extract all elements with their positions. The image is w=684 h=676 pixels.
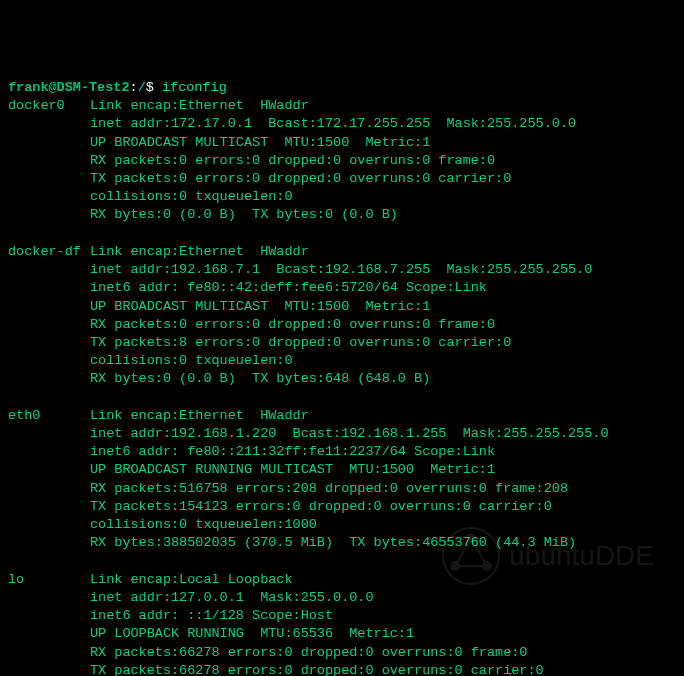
output-line: inet6 addr: ::1/128 Scope:Host: [90, 607, 676, 625]
output-line: RX packets:516758 errors:208 dropped:0 o…: [90, 480, 676, 498]
output-line: inet addr:127.0.0.1 Mask:255.0.0.0: [90, 589, 676, 607]
interface-name: docker0: [8, 97, 90, 225]
output-line: TX packets:66278 errors:0 dropped:0 over…: [90, 662, 676, 676]
interface-block: docker-dfLink encap:Ethernet HWaddr inet…: [8, 243, 676, 389]
output-line: inet6 addr: fe80::211:32ff:fe11:2237/64 …: [90, 443, 676, 461]
interface-body: Link encap:Local Loopbackinet addr:127.0…: [90, 571, 676, 676]
output-line: RX bytes:0 (0.0 B) TX bytes:0 (0.0 B): [90, 206, 676, 224]
output-line: inet addr:192.168.7.1 Bcast:192.168.7.25…: [90, 261, 676, 279]
output-line: inet6 addr: fe80::42:deff:fee6:5720/64 S…: [90, 279, 676, 297]
interface-block: loLink encap:Local Loopbackinet addr:127…: [8, 571, 676, 676]
output-line: Link encap:Local Loopback: [90, 571, 676, 589]
output-line: UP BROADCAST MULTICAST MTU:1500 Metric:1: [90, 298, 676, 316]
interface-block: docker0Link encap:Ethernet HWaddr inet a…: [8, 97, 676, 225]
interface-block: eth0Link encap:Ethernet HWaddr inet addr…: [8, 407, 676, 553]
output-line: RX bytes:388502035 (370.5 MiB) TX bytes:…: [90, 534, 676, 552]
blank-line: [8, 225, 676, 243]
output-line: RX packets:0 errors:0 dropped:0 overruns…: [90, 316, 676, 334]
blank-line: [8, 389, 676, 407]
prompt-path: /: [138, 80, 146, 95]
redacted-hwaddr: [317, 408, 477, 422]
command-text: ifconfig: [162, 80, 227, 95]
blank-line: [8, 553, 676, 571]
prompt-colon: :: [130, 80, 138, 95]
output-line: TX packets:154123 errors:0 dropped:0 ove…: [90, 498, 676, 516]
output-line: UP LOOPBACK RUNNING MTU:65536 Metric:1: [90, 625, 676, 643]
interface-name: lo: [8, 571, 90, 676]
interface-body: Link encap:Ethernet HWaddr inet addr:172…: [90, 97, 676, 225]
redacted-hwaddr: [317, 99, 477, 113]
prompt-dollar: $: [146, 80, 154, 95]
output-line: collisions:0 txqueuelen:0: [90, 352, 676, 370]
output-line: collisions:0 txqueuelen:0: [90, 188, 676, 206]
output-line: Link encap:Ethernet HWaddr: [90, 407, 676, 425]
interface-name: eth0: [8, 407, 90, 553]
interface-name: docker-df: [8, 243, 90, 389]
redacted-hwaddr: [317, 244, 477, 258]
output-line: TX packets:0 errors:0 dropped:0 overruns…: [90, 170, 676, 188]
output-line: RX bytes:0 (0.0 B) TX bytes:648 (648.0 B…: [90, 370, 676, 388]
prompt-line-top: frank@DSM-Test2:/$ ifconfig: [8, 79, 676, 97]
output-line: Link encap:Ethernet HWaddr: [90, 243, 676, 261]
output-line: inet addr:192.168.1.220 Bcast:192.168.1.…: [90, 425, 676, 443]
output-line: UP BROADCAST MULTICAST MTU:1500 Metric:1: [90, 134, 676, 152]
interface-body: Link encap:Ethernet HWaddr inet addr:192…: [90, 243, 676, 389]
output-line: RX packets:0 errors:0 dropped:0 overruns…: [90, 152, 676, 170]
output-line: RX packets:66278 errors:0 dropped:0 over…: [90, 644, 676, 662]
output-line: UP BROADCAST RUNNING MULTICAST MTU:1500 …: [90, 461, 676, 479]
interface-body: Link encap:Ethernet HWaddr inet addr:192…: [90, 407, 676, 553]
output-line: TX packets:8 errors:0 dropped:0 overruns…: [90, 334, 676, 352]
output-line: inet addr:172.17.0.1 Bcast:172.17.255.25…: [90, 115, 676, 133]
output-line: collisions:0 txqueuelen:1000: [90, 516, 676, 534]
prompt-user: frank@DSM-Test2: [8, 80, 130, 95]
terminal-output[interactable]: frank@DSM-Test2:/$ ifconfigdocker0Link e…: [8, 79, 676, 676]
output-line: Link encap:Ethernet HWaddr: [90, 97, 676, 115]
